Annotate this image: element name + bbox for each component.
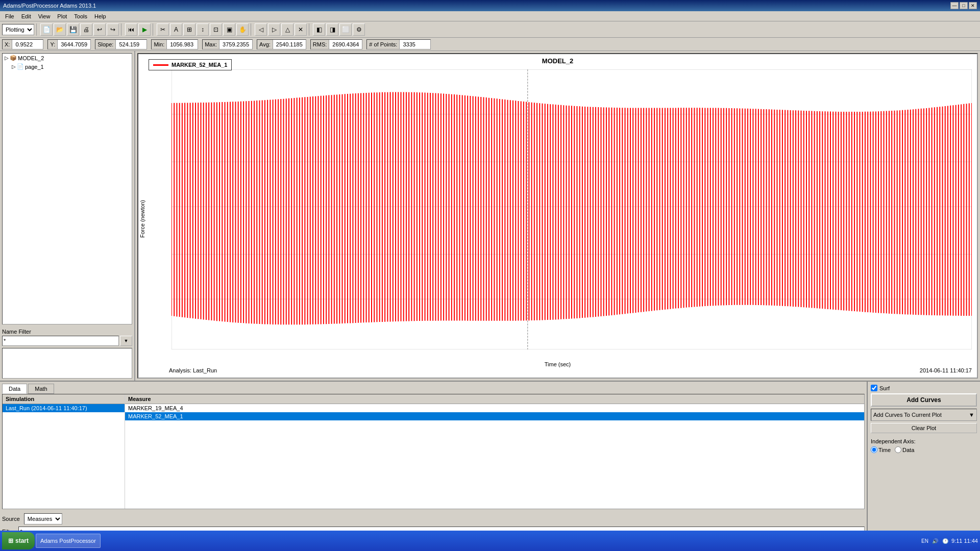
add-curves-button[interactable]: Add Curves	[871, 393, 977, 407]
page-left-btn[interactable]: ◧	[313, 23, 325, 36]
surf-checkbox[interactable]	[871, 385, 877, 391]
tree-icon-page: 📄	[17, 63, 24, 70]
tray-icon-3: 🕐	[941, 537, 949, 545]
stat-max: Max: 3759.2355	[202, 39, 253, 49]
stat-rms: RMS: 2690.4364	[310, 39, 363, 49]
stat-points: # of Points: 3335	[366, 39, 431, 49]
data-radio-label[interactable]: Data	[895, 446, 914, 453]
axes-btn[interactable]: ⊞	[183, 23, 195, 36]
tab-math[interactable]: Math	[28, 384, 54, 394]
expand-icon-page: ▷	[12, 64, 16, 69]
taskbar-app-item[interactable]: Adams PostProcessor	[36, 534, 101, 548]
tray-icon-2: 🔊	[931, 537, 939, 545]
window-controls: — □ ✕	[950, 2, 977, 9]
measure-item-1[interactable]: MARKER_19_MEA_4	[125, 404, 864, 412]
add-curves-to-plot-label: Add Curves To Current Plot	[873, 412, 942, 418]
menu-view[interactable]: View	[35, 13, 54, 20]
source-label: Source	[2, 516, 20, 522]
mode-select[interactable]: Plotting	[2, 24, 34, 35]
menu-tools[interactable]: Tools	[71, 13, 90, 20]
stat-min: Min: 1056.983	[151, 39, 198, 49]
settings-btn[interactable]: ⚙	[353, 23, 365, 36]
tree-item-model2[interactable]: ▷ 📦 MODEL_2	[3, 54, 132, 62]
stat-slope: Slope: 524.159	[95, 39, 147, 49]
anim-btn[interactable]: ⬜	[339, 23, 352, 36]
x-label: X:	[3, 40, 12, 49]
measure-item-2[interactable]: MARKER_52_MEA_1	[125, 412, 864, 420]
name-filter-area: Name Filter ▼	[0, 327, 134, 348]
tab-data[interactable]: Data	[2, 384, 27, 394]
fit-btn[interactable]: ⊡	[210, 23, 222, 36]
toolbar-sep-5	[309, 23, 311, 36]
add-curves-to-plot-field[interactable]: Add Curves To Current Plot ▼	[871, 409, 977, 421]
tree-label-page1: page_1	[25, 64, 44, 70]
right-panel: Surf Add Curves Add Curves To Current Pl…	[868, 382, 980, 539]
zoom-btn[interactable]: ↕	[197, 23, 209, 36]
min-value: 1056.983	[167, 41, 198, 47]
right-btn[interactable]: ▷	[268, 23, 280, 36]
expand-icon: ▷	[5, 55, 9, 61]
name-filter-input[interactable]	[2, 336, 119, 346]
surf-row: Surf	[871, 385, 977, 391]
undo-btn[interactable]: ↩	[93, 23, 106, 36]
left-btn[interactable]: ◁	[255, 23, 267, 36]
x-value: 0.9522	[12, 41, 43, 47]
add-curves-dropdown-icon[interactable]: ▼	[969, 412, 974, 418]
y-axis-label: Force (newton)	[139, 200, 145, 238]
measure-column: Measure MARKER_19_MEA_4 MARKER_52_MEA_1	[125, 394, 864, 509]
max-value: 3759.2355	[219, 41, 252, 47]
menu-edit[interactable]: Edit	[18, 13, 34, 20]
stat-x: X: 0.9522	[2, 39, 43, 49]
tree-area: ▷ 📦 MODEL_2 ▷ 📄 page_1	[2, 53, 132, 324]
hand-btn[interactable]: ✋	[236, 23, 249, 36]
tree-label-model2: MODEL_2	[18, 55, 44, 61]
plot-area[interactable]: MODEL_2 MARKER_52_MEA_1 Force (newton)	[137, 53, 978, 379]
data-radio[interactable]	[895, 446, 901, 453]
start-button[interactable]: ⊞ start	[2, 532, 35, 549]
time-radio-label[interactable]: Time	[871, 446, 891, 453]
up-btn[interactable]: △	[281, 23, 293, 36]
play-btn[interactable]: ▶	[138, 23, 151, 36]
menu-file[interactable]: File	[2, 13, 17, 20]
time-radio[interactable]	[871, 446, 877, 453]
tree-icon-model: 📦	[10, 55, 17, 61]
sidebar: ▷ 📦 MODEL_2 ▷ 📄 page_1 Name Filter ▼	[0, 51, 135, 381]
text-btn[interactable]: A	[170, 23, 182, 36]
legend-line	[153, 64, 168, 66]
toolbar-sep-4	[251, 23, 253, 36]
title-bar: Adams/PostProcessor Adams 2013.1 — □ ✕	[0, 0, 980, 11]
taskbar: ⊞ start Adams PostProcessor EN 🔊 🕐 9:11 …	[0, 531, 980, 551]
simulation-header: Simulation	[3, 394, 125, 404]
source-select[interactable]: Measures Results Requests	[24, 513, 62, 524]
print-btn[interactable]: 🖨	[80, 23, 92, 36]
minimize-button[interactable]: —	[950, 2, 959, 9]
first-btn[interactable]: ⏮	[125, 23, 137, 36]
menu-plot[interactable]: Plot	[54, 13, 70, 20]
simulation-item-lastrun[interactable]: Last_Run (2014-06-11 11:40:17)	[3, 404, 125, 412]
chart-svg[interactable]: 4000.0 3500.0 3000.0 2500.0 2000.0 1500.…	[172, 69, 972, 349]
cursor-btn[interactable]: ✂	[157, 23, 169, 36]
max-label: Max:	[203, 40, 219, 49]
y-value: 3644.7059	[58, 41, 90, 47]
measure-header: Measure	[125, 394, 864, 404]
del-btn[interactable]: ✕	[295, 23, 307, 36]
data-tabs: Data Math	[0, 382, 867, 394]
frame-btn[interactable]: ▣	[223, 23, 235, 36]
save-btn[interactable]: 💾	[67, 23, 79, 36]
toolbar-sep-2	[121, 23, 123, 36]
filter-dropdown[interactable]: ▼	[120, 336, 132, 346]
menu-help[interactable]: Help	[91, 13, 109, 20]
tree-item-page1[interactable]: ▷ 📄 page_1	[3, 62, 132, 71]
tray-icon-1: EN	[921, 537, 929, 545]
maximize-button[interactable]: □	[960, 2, 968, 9]
surf-label: Surf	[879, 385, 890, 391]
clear-plot-button[interactable]: Clear Plot	[871, 423, 977, 433]
redo-btn[interactable]: ↪	[107, 23, 119, 36]
toolbar: Plotting 📄 📂 💾 🖨 ↩ ↪ ⏮ ▶ ✂ A ⊞ ↕ ⊡ ▣ ✋ ◁…	[0, 21, 980, 38]
data-radio-text: Data	[902, 447, 914, 453]
new-btn[interactable]: 📄	[40, 23, 53, 36]
open-btn[interactable]: 📂	[54, 23, 66, 36]
close-button[interactable]: ✕	[969, 2, 977, 9]
rms-label: RMS:	[311, 40, 330, 49]
page-right-btn[interactable]: ◨	[326, 23, 338, 36]
